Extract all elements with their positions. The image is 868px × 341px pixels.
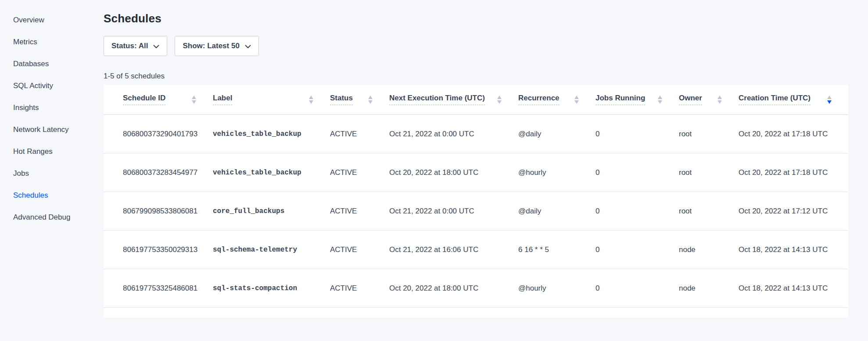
- sidebar-item-label: Overview: [13, 16, 44, 25]
- sidebar-item-label: Databases: [13, 60, 49, 68]
- results-count: 1-5 of 5 schedules: [104, 72, 868, 80]
- schedules-table-card: Schedule ID Label Status Next Execu: [104, 85, 848, 318]
- cell-recurrence: @hourly: [518, 153, 595, 192]
- cell-recurrence: 6 16 * * 5: [518, 231, 595, 269]
- cell-status: ACTIVE: [330, 231, 389, 269]
- cell-label: sql-schema-telemetry: [213, 231, 330, 269]
- sidebar-item-overview[interactable]: Overview: [0, 9, 104, 31]
- cell-label: core_full_backups: [213, 192, 330, 231]
- filter-bar: Status: All Show: Latest 50: [104, 36, 868, 56]
- sidebar-item-schedules[interactable]: Schedules: [0, 185, 104, 206]
- column-header-schedule-id[interactable]: Schedule ID: [104, 85, 213, 115]
- cell-creation-time: Oct 20, 2022 at 17:12 UTC: [739, 192, 848, 231]
- cell-creation-time: Oct 18, 2022 at 14:13 UTC: [739, 231, 848, 269]
- sort-icon[interactable]: [497, 96, 502, 104]
- sidebar: Overview Metrics Databases SQL Activity …: [0, 0, 104, 341]
- cell-recurrence: @hourly: [518, 269, 595, 308]
- schedule-row[interactable]: 806800373290401793vehicles_table_backupA…: [104, 115, 848, 153]
- schedule-row[interactable]: 806197753325486081sql-stats-compactionAC…: [104, 269, 848, 308]
- cell-recurrence: @daily: [518, 115, 595, 153]
- cell-schedule-id: 806197753350029313: [104, 231, 213, 269]
- sort-icon[interactable]: [827, 96, 832, 104]
- cell-label: vehicles_table_backup: [213, 115, 330, 153]
- cell-owner: node: [679, 269, 739, 308]
- column-header-label: Creation Time (UTC): [739, 94, 811, 105]
- cell-jobs-running: 0: [595, 153, 679, 192]
- column-header-label: Label: [213, 94, 232, 105]
- column-header-status[interactable]: Status: [330, 85, 389, 115]
- column-header-label: Status: [330, 94, 353, 105]
- sidebar-item-advanced-debug[interactable]: Advanced Debug: [0, 206, 104, 228]
- cell-next-execution: Oct 21, 2022 at 16:06 UTC: [389, 231, 518, 269]
- sidebar-item-insights[interactable]: Insights: [0, 97, 104, 119]
- sort-icon[interactable]: [309, 96, 313, 104]
- cell-status: ACTIVE: [330, 192, 389, 231]
- cell-label: vehicles_table_backup: [213, 153, 330, 192]
- sort-icon[interactable]: [658, 96, 662, 104]
- cell-owner: node: [679, 231, 739, 269]
- cell-schedule-id: 806800373283454977: [104, 153, 213, 192]
- table-header-row: Schedule ID Label Status Next Execu: [104, 85, 848, 115]
- sidebar-item-label: Network Latency: [13, 125, 69, 134]
- column-header-creation-time-utc[interactable]: Creation Time (UTC): [739, 85, 848, 115]
- schedules-table: Schedule ID Label Status Next Execu: [104, 85, 848, 308]
- column-header-recurrence[interactable]: Recurrence: [518, 85, 595, 115]
- sidebar-item-metrics[interactable]: Metrics: [0, 31, 104, 53]
- cell-next-execution: Oct 21, 2022 at 0:00 UTC: [389, 192, 518, 231]
- cell-label: sql-stats-compaction: [213, 269, 330, 308]
- sort-icon[interactable]: [368, 96, 373, 104]
- cell-jobs-running: 0: [595, 269, 679, 308]
- sidebar-item-label: Advanced Debug: [13, 213, 70, 222]
- column-header-label: Next Execution Time (UTC): [389, 94, 485, 105]
- cell-next-execution: Oct 21, 2022 at 0:00 UTC: [389, 115, 518, 153]
- sidebar-item-label: Hot Ranges: [13, 147, 53, 156]
- schedule-row[interactable]: 806800373283454977vehicles_table_backupA…: [104, 153, 848, 192]
- sort-icon[interactable]: [192, 96, 196, 104]
- column-header-label[interactable]: Label: [213, 85, 330, 115]
- cell-owner: root: [679, 192, 739, 231]
- schedule-row[interactable]: 806197753350029313sql-schema-telemetryAC…: [104, 231, 848, 269]
- main-content: Schedules Status: All Show: Latest 50 1-…: [104, 0, 868, 318]
- column-header-owner[interactable]: Owner: [679, 85, 739, 115]
- cell-creation-time: Oct 20, 2022 at 17:18 UTC: [739, 153, 848, 192]
- column-header-label: Recurrence: [518, 94, 560, 105]
- cell-recurrence: @daily: [518, 192, 595, 231]
- cell-owner: root: [679, 115, 739, 153]
- schedule-row[interactable]: 806799098533806081core_full_backupsACTIV…: [104, 192, 848, 231]
- cell-status: ACTIVE: [330, 269, 389, 308]
- show-filter-label: Show: Latest 50: [183, 42, 239, 50]
- page-title: Schedules: [104, 12, 868, 25]
- column-header-jobs-running[interactable]: Jobs Running: [595, 85, 679, 115]
- cell-creation-time: Oct 20, 2022 at 17:18 UTC: [739, 115, 848, 153]
- sidebar-item-databases[interactable]: Databases: [0, 53, 104, 75]
- cell-creation-time: Oct 18, 2022 at 14:13 UTC: [739, 269, 848, 308]
- column-header-next-execution-time-utc[interactable]: Next Execution Time (UTC): [389, 85, 518, 115]
- column-header-label: Owner: [679, 94, 702, 105]
- sidebar-item-label: Metrics: [13, 38, 37, 46]
- cell-schedule-id: 806197753325486081: [104, 269, 213, 308]
- chevron-down-icon: [245, 42, 251, 51]
- sort-icon[interactable]: [717, 96, 722, 104]
- cell-jobs-running: 0: [595, 192, 679, 231]
- cell-jobs-running: 0: [595, 231, 679, 269]
- sidebar-item-label: Insights: [13, 103, 39, 112]
- sidebar-item-jobs[interactable]: Jobs: [0, 163, 104, 185]
- chevron-down-icon: [153, 42, 159, 51]
- show-filter-dropdown[interactable]: Show: Latest 50: [175, 36, 258, 56]
- cell-status: ACTIVE: [330, 115, 389, 153]
- column-header-label: Jobs Running: [595, 94, 645, 105]
- sort-icon[interactable]: [574, 96, 579, 104]
- cell-status: ACTIVE: [330, 153, 389, 192]
- cell-next-execution: Oct 20, 2022 at 18:00 UTC: [389, 269, 518, 308]
- cell-jobs-running: 0: [595, 115, 679, 153]
- sidebar-item-network-latency[interactable]: Network Latency: [0, 119, 104, 141]
- sidebar-item-sql-activity[interactable]: SQL Activity: [0, 75, 104, 97]
- status-filter-dropdown[interactable]: Status: All: [104, 36, 167, 56]
- cell-schedule-id: 806799098533806081: [104, 192, 213, 231]
- sidebar-item-hot-ranges[interactable]: Hot Ranges: [0, 141, 104, 163]
- sidebar-item-label: SQL Activity: [13, 82, 53, 90]
- column-header-label: Schedule ID: [123, 94, 165, 105]
- sidebar-item-label: Jobs: [13, 169, 29, 178]
- status-filter-label: Status: All: [111, 42, 148, 50]
- cell-next-execution: Oct 20, 2022 at 18:00 UTC: [389, 153, 518, 192]
